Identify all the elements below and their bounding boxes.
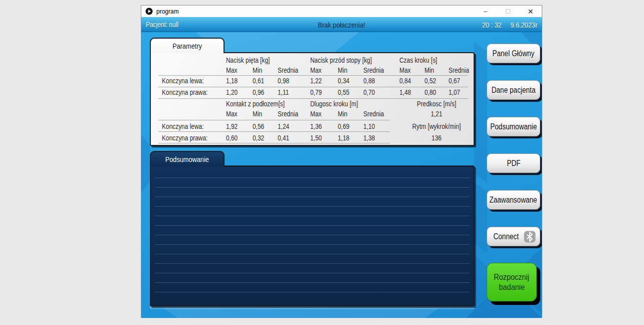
group-header-ground-contact: Kontakt z podłozem[s] <box>226 100 298 108</box>
speed-value: 1,21 <box>405 110 468 118</box>
separator <box>158 75 468 76</box>
table-value: 0,56 <box>253 122 274 130</box>
col-header-max: Max <box>310 66 334 74</box>
start-exam-button[interactable]: Rozpocznij badanie <box>487 263 537 301</box>
col-header-max: Max <box>310 110 334 118</box>
table-value: 1,48 <box>399 88 421 96</box>
table-value: 0,55 <box>338 88 359 96</box>
row-label-left-limb: Konczyna lewa: <box>151 122 215 130</box>
table-value: 0,41 <box>278 134 305 142</box>
group-header-forefoot-pressure: Nacisk przód stopy [kg] <box>310 56 386 64</box>
maximize-button[interactable] <box>497 6 519 17</box>
table-value: 0,69 <box>338 122 359 130</box>
connect-button-label: Connect <box>494 232 519 241</box>
col-header-max: Max <box>226 110 249 118</box>
col-header-min: Min <box>338 66 359 74</box>
main-panel-button[interactable]: Panel Główny <box>487 44 540 63</box>
bluetooth-icon <box>524 231 536 243</box>
group-header-heel-pressure: Nacisk pięta [kg] <box>226 56 298 64</box>
col-header-min: Min <box>424 66 445 74</box>
tab-parameters-label: Parametry <box>172 42 202 50</box>
patient-data-button[interactable]: Dane pacjenta <box>487 80 540 100</box>
table-value: 1,22 <box>310 77 334 85</box>
pdf-button[interactable]: PDF <box>487 153 540 173</box>
table-value: 0,96 <box>253 88 274 96</box>
close-button[interactable]: ✕ <box>519 6 542 17</box>
status-bar: Pacjent: null Brak połaczenia! 20 : 32 9… <box>141 17 542 32</box>
speed-label: Predkosc [m/s] <box>405 100 468 108</box>
tab-summary-label: Podsumowanie <box>165 155 209 164</box>
table-value: 1,07 <box>449 88 470 96</box>
start-exam-label-line1: Rozpocznij <box>494 272 530 282</box>
tab-summary[interactable]: Podsumowanie <box>150 151 225 167</box>
app-window: program – ✕ Pacjent: null Brak połaczeni… <box>141 5 542 317</box>
patient-data-button-label: Dane pacjenta <box>492 86 536 95</box>
table-value: 0,80 <box>424 88 445 96</box>
separator <box>158 87 468 87</box>
col-header-max: Max <box>399 66 421 74</box>
pdf-button-label: PDF <box>507 159 520 168</box>
col-header-min: Min <box>338 110 359 118</box>
group-header-step-length: Dlugosc kroku [m] <box>310 100 386 108</box>
col-header-avg: Srednia <box>278 110 305 118</box>
col-header-avg: Srednia <box>449 66 470 74</box>
rhythm-value: 136 <box>405 134 468 142</box>
table-value: 1,10 <box>363 122 394 130</box>
table-value: 0,98 <box>278 77 305 85</box>
title-bar: program – ✕ <box>141 6 542 17</box>
connect-button[interactable]: Connect <box>487 227 540 246</box>
table-value: 0,84 <box>399 77 421 85</box>
start-exam-label-line2: badanie <box>499 282 524 292</box>
maximize-square-icon <box>506 9 510 14</box>
row-label-right-limb: Konczyna prawa: <box>151 88 215 96</box>
main-panel-button-label: Panel Główny <box>493 49 535 58</box>
desktop: program – ✕ Pacjent: null Brak połaczeni… <box>0 0 644 325</box>
parameters-panel: Nacisk pięta [kg] Nacisk przód stopy [kg… <box>150 52 475 146</box>
group-header-step-time: Czas kroku [s] <box>399 56 463 64</box>
table-value: 0,60 <box>226 134 249 142</box>
table-value: 1,11 <box>278 88 305 96</box>
table-value: 1,36 <box>310 122 334 130</box>
table-value: 0,70 <box>363 88 394 96</box>
caption-buttons: – ✕ <box>474 6 542 17</box>
date: 9.6.2023r <box>510 21 537 29</box>
separator <box>158 143 390 143</box>
table-value: 0,88 <box>363 77 394 85</box>
window-title: program <box>156 8 179 15</box>
connection-status: Brak połaczenia! <box>318 21 365 29</box>
summary-panel <box>150 166 475 306</box>
table-value: 1,92 <box>226 122 249 130</box>
table-value: 0,79 <box>310 88 334 96</box>
table-value: 0,32 <box>253 134 274 142</box>
table-value: 1,50 <box>310 134 334 142</box>
separator <box>158 98 468 99</box>
col-header-max: Max <box>226 66 249 74</box>
table-value: 0,52 <box>424 77 445 85</box>
table-value: 1,24 <box>278 122 305 130</box>
table-block-1: Nacisk pięta [kg] Nacisk przód stopy [kg… <box>151 55 474 98</box>
advanced-button-label: Zaawansowane <box>490 196 537 205</box>
col-header-min: Min <box>253 110 274 118</box>
summary-button[interactable]: Podsumowanie <box>487 117 540 136</box>
clock: 20 : 32 <box>482 21 502 29</box>
table-value: 1,38 <box>363 134 394 142</box>
main-content: Parametry Nacisk pięta [kg] Nacisk przód… <box>141 32 542 318</box>
summary-button-label: Podsumowanie <box>490 122 537 131</box>
table-value: 0,67 <box>449 77 470 85</box>
ruled-lines <box>155 169 470 299</box>
table-value: 0,61 <box>253 77 274 85</box>
advanced-button[interactable]: Zaawansowane <box>487 190 540 210</box>
tab-parameters[interactable]: Parametry <box>150 38 225 53</box>
separator <box>158 131 390 132</box>
minimize-button[interactable]: – <box>474 6 497 17</box>
rhythm-label: Rytm [wykrok/min] <box>405 122 468 130</box>
row-label-left-limb: Konczyna lewa: <box>151 77 215 85</box>
col-header-avg: Srednia <box>278 66 305 74</box>
table-block-2: Kontakt z podłozem[s] Dlugosc kroku [m] … <box>151 99 474 143</box>
row-label-right-limb: Konczyna prawa: <box>151 134 215 142</box>
separator <box>158 120 390 120</box>
play-icon <box>145 8 153 15</box>
table-value: 0,34 <box>338 77 359 85</box>
table-value: 1,20 <box>226 88 249 96</box>
table-value: 1,18 <box>226 77 249 85</box>
